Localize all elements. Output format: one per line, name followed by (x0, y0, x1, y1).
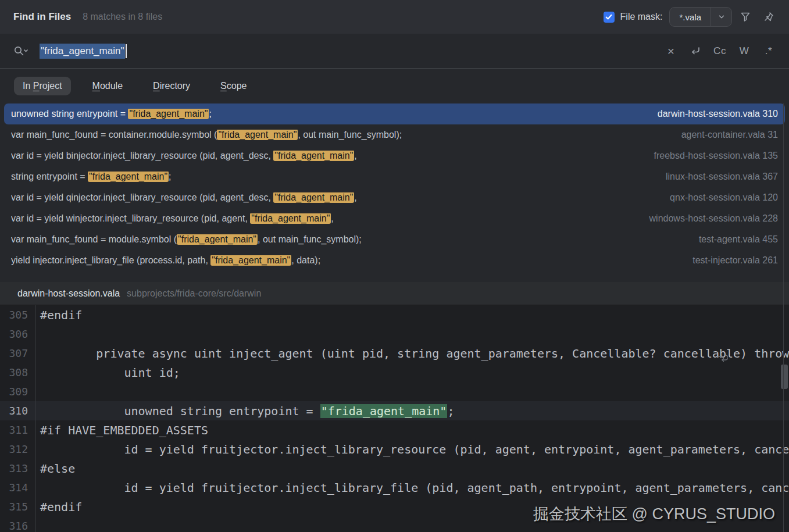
code-line[interactable]: 312 id = yield fruitjector.inject_librar… (0, 440, 789, 459)
code-text: #else (36, 462, 75, 476)
search-input[interactable]: "frida_agent_main" (40, 44, 661, 59)
preview-file-path: subprojects/frida-core/src/darwin (127, 288, 261, 299)
result-row[interactable]: var main_func_found = module.symbol ("fr… (4, 229, 785, 250)
result-file-location: qnx-host-session.vala 120 (670, 192, 778, 203)
result-snippet: string entrypoint = "frida_agent_main"; (11, 172, 652, 182)
search-icon[interactable] (13, 45, 29, 58)
line-number: 306 (0, 324, 36, 344)
search-bar: "frida_agent_main" × Cc W .* (0, 34, 789, 69)
result-snippet: var id = yield qinjector.inject_library_… (11, 192, 656, 203)
preview-file-name: darwin-host-session.vala (17, 288, 120, 299)
inline-hint-icon[interactable] (716, 354, 728, 362)
find-in-files-dialog: Find in Files 8 matches in 8 files File … (0, 0, 789, 532)
result-row[interactable]: string entrypoint = "frida_agent_main";l… (4, 166, 785, 187)
result-row[interactable]: var id = yield winjector.inject_library_… (4, 208, 785, 229)
chevron-down-icon[interactable] (711, 8, 731, 26)
line-number: 312 (0, 440, 36, 459)
match-highlight: "frida_agent_main" (128, 109, 209, 119)
tab-directory[interactable]: Directory (144, 77, 199, 95)
code-lines-container: 305#endif306307 private async uint injec… (0, 305, 789, 532)
file-mask-value[interactable]: *.vala (670, 8, 711, 26)
result-file-location: agent-container.vala 31 (681, 130, 778, 140)
line-number: 307 (0, 344, 36, 363)
editor-match-highlight: "frida_agent_main" (320, 404, 448, 418)
result-file-location: test-agent.vala 455 (699, 234, 778, 245)
scrollbar-track-line (783, 103, 784, 532)
watermark: 掘金技术社区 @ CYRUS_STUDIO (533, 504, 775, 524)
result-file-location: windows-host-session.vala 228 (649, 213, 778, 224)
whole-words-toggle[interactable]: W (734, 41, 754, 61)
result-row[interactable]: var id = yield binjector.inject_library_… (4, 145, 785, 166)
tab-module[interactable]: Module (84, 77, 131, 95)
file-mask-combobox[interactable]: *.vala (669, 7, 732, 27)
result-file-location: darwin-host-session.vala 310 (658, 109, 778, 119)
code-text: private async uint inject_agent (uint pi… (36, 347, 789, 360)
result-snippet: var id = yield binjector.inject_library_… (11, 151, 640, 161)
match-summary: 8 matches in 8 files (83, 12, 603, 22)
code-line[interactable]: 314 id = yield fruitjector.inject_librar… (0, 478, 789, 497)
line-number: 308 (0, 363, 36, 382)
line-number: 314 (0, 478, 36, 497)
code-line[interactable]: 310 unowned string entrypoint = "frida_a… (0, 401, 789, 420)
result-snippet: var id = yield winjector.inject_library_… (11, 213, 636, 224)
result-file-location: freebsd-host-session.vala 135 (654, 151, 778, 161)
line-number: 315 (0, 497, 36, 516)
filter-icon[interactable] (736, 7, 755, 27)
code-line[interactable]: 309 (0, 382, 789, 401)
clear-icon[interactable]: × (661, 41, 681, 61)
code-preview: 305#endif306307 private async uint injec… (0, 305, 789, 532)
dialog-header: Find in Files 8 matches in 8 files File … (0, 0, 789, 34)
result-row[interactable]: var id = yield qinjector.inject_library_… (4, 187, 785, 208)
file-mask-label: File mask: (620, 12, 663, 22)
code-line[interactable]: 306 (0, 324, 789, 344)
pin-icon[interactable] (759, 7, 779, 27)
editor-scrollbar-thumb[interactable] (781, 365, 788, 389)
preview-file-header: darwin-host-session.vala subprojects/fri… (0, 282, 789, 305)
code-text: #endif (36, 308, 82, 322)
search-query-selected-text: "frida_agent_main" (40, 44, 125, 59)
code-line[interactable]: 307 private async uint inject_agent (uin… (0, 344, 789, 363)
match-highlight: "frida_agent_main" (273, 192, 354, 203)
line-number: 305 (0, 305, 36, 324)
match-case-toggle[interactable]: Cc (710, 41, 730, 61)
code-text: unowned string entrypoint = "frida_agent… (36, 404, 454, 418)
result-snippet: var main_func_found = module.symbol ("fr… (11, 234, 685, 245)
match-highlight: "frida_agent_main" (210, 255, 291, 266)
code-text: id = yield fruitjector.inject_library_fi… (36, 481, 789, 495)
match-highlight: "frida_agent_main" (177, 234, 258, 245)
code-line[interactable]: 305#endif (0, 305, 789, 324)
code-line[interactable]: 308 uint id; (0, 363, 789, 382)
line-number: 311 (0, 420, 36, 440)
tab-scope[interactable]: Scope (212, 77, 255, 95)
typo-underlined-identifier: fruitjector (201, 481, 278, 495)
code-text: uint id; (36, 366, 180, 380)
dialog-title: Find in Files (13, 11, 71, 23)
text-caret (126, 44, 127, 58)
result-snippet: unowned string entrypoint = "frida_agent… (11, 109, 644, 119)
code-text: id = yield fruitjector.inject_library_re… (36, 442, 789, 456)
code-text: #endif (36, 500, 82, 514)
result-row[interactable]: yield injector.inject_library_file (proc… (4, 250, 785, 271)
result-snippet: yield injector.inject_library_file (proc… (11, 255, 679, 266)
result-file-location: test-injector.vala 261 (692, 255, 778, 266)
result-snippet: var main_func_found = container.module.s… (11, 130, 667, 140)
typo-underlined-identifier: fruitjector (201, 442, 278, 456)
result-file-location: linux-host-session.vala 367 (666, 172, 778, 182)
result-row[interactable]: var main_func_found = container.module.s… (4, 124, 785, 145)
search-toggle-group: × Cc W .* (661, 41, 779, 61)
match-highlight: "frida_agent_main" (273, 151, 354, 161)
insert-newline-icon[interactable] (686, 41, 705, 61)
result-row[interactable]: unowned string entrypoint = "frida_agent… (4, 103, 785, 124)
results-list: unowned string entrypoint = "frida_agent… (0, 103, 789, 271)
match-highlight: "frida_agent_main" (88, 172, 169, 182)
match-highlight: "frida_agent_main" (217, 130, 298, 140)
scope-tabs: In ProjectModuleDirectoryScope (0, 69, 789, 103)
match-highlight: "frida_agent_main" (250, 213, 331, 224)
regex-toggle[interactable]: .* (759, 41, 779, 61)
line-number: 309 (0, 382, 36, 401)
tab-in-project[interactable]: In Project (14, 77, 71, 95)
line-number: 316 (0, 516, 36, 532)
file-mask-checkbox[interactable] (604, 12, 615, 23)
code-line[interactable]: 313#else (0, 459, 789, 478)
code-line[interactable]: 311#if HAVE_EMBEDDED_ASSETS (0, 420, 789, 440)
